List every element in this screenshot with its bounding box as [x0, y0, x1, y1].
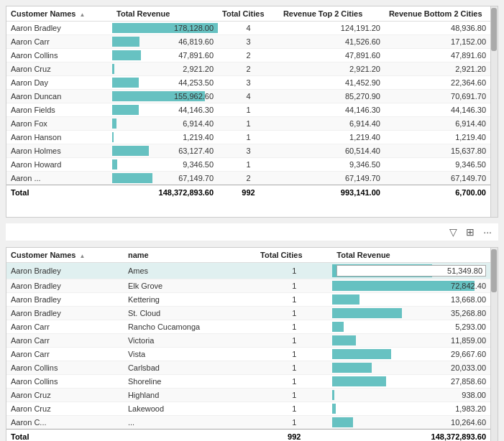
table-row[interactable]: Aaron BradleyKettering113,668.00	[6, 293, 490, 307]
col-header-total-cities[interactable]: Total Cities	[218, 6, 279, 22]
bot-col-header-total-cities[interactable]: Total Cities	[256, 248, 332, 263]
cities-cell: 1	[256, 402, 332, 416]
table-row[interactable]: Aaron Fox6,914.4016,914.406,914.40	[6, 117, 490, 131]
top-table-total-row: Total 148,372,893.60 992 993,141.00 6,70…	[6, 185, 490, 200]
revenue-value: 10,264.60	[336, 418, 486, 427]
col-header-rev-top2[interactable]: Revenue Top 2 Cities	[279, 6, 385, 22]
cities-cell: 3	[218, 76, 279, 90]
revenue-value: 44,146.30	[116, 106, 214, 114]
bot-col-header-city-name[interactable]: name	[124, 248, 256, 263]
rev-top2-cell: 44,146.30	[279, 103, 385, 117]
city-name-cell: Shoreline	[124, 375, 256, 389]
customer-name-cell: Aaron Carr	[6, 35, 112, 49]
table-row[interactable]: Aaron Fields44,146.30144,146.3044,146.30	[6, 103, 490, 117]
col-header-customer-names[interactable]: Customer Names ▲	[6, 6, 112, 22]
revenue-bar-cell: 938.00	[332, 389, 490, 402]
bot-col-header-customer-names[interactable]: Customer Names ▲	[6, 248, 124, 263]
table-row[interactable]: Aaron CollinsCarlsbad120,033.00	[6, 361, 490, 375]
revenue-value: 47,891.60	[116, 51, 214, 60]
rev-top2-cell: 124,191.20	[279, 22, 385, 35]
revenue-value: 67,149.70	[116, 174, 214, 182]
cities-cell: 1	[256, 416, 332, 430]
bot-total-label: Total	[6, 430, 124, 442]
rev-top2-cell: 6,914.40	[279, 117, 385, 131]
table-row[interactable]: Aaron Day44,253.50341,452.9022,364.60	[6, 76, 490, 90]
customer-name-cell: Aaron Collins	[6, 375, 124, 389]
table-row[interactable]: Aaron Bradley178,128.004124,191.2048,936…	[6, 22, 490, 35]
bottom-table-panel: Customer Names ▲ name Total Cities Total…	[6, 247, 498, 441]
city-name-cell: Lakewood	[124, 402, 256, 416]
sort-arrow-names: ▲	[80, 11, 86, 18]
revenue-bar-cell: 2,921.20	[112, 62, 218, 76]
city-name-cell: Rancho Cucamonga	[124, 320, 256, 334]
revenue-bar-cell: 44,253.50	[112, 76, 218, 90]
table-row[interactable]: Aaron ...67,149.70267,149.7067,149.70	[6, 172, 490, 185]
revenue-value: 178,128.00	[116, 24, 214, 32]
more-options-icon[interactable]: ···	[481, 225, 494, 239]
revenue-bar-cell: 63,127.40	[112, 144, 218, 158]
bottom-scrollbar[interactable]	[490, 248, 498, 441]
layout-icon[interactable]: ⊞	[464, 225, 477, 239]
revenue-value: 20,033.00	[336, 363, 486, 372]
table-row[interactable]: Aaron Hanson1,219.4011,219.401,219.40	[6, 131, 490, 144]
top-scrollbar[interactable]	[490, 6, 498, 217]
table-row[interactable]: Aaron BradleyAmes151,349.80	[6, 263, 490, 279]
table-row[interactable]: Aaron Collins47,891.60247,891.6047,891.6…	[6, 49, 490, 62]
table-row[interactable]: Aaron CarrVista129,667.60	[6, 348, 490, 361]
col-header-rev-bot2[interactable]: Revenue Bottom 2 Cities	[385, 6, 490, 22]
customer-name-cell: Aaron Day	[6, 76, 112, 90]
customer-name-cell: Aaron Cruz	[6, 389, 124, 402]
revenue-value: 13,668.00	[336, 295, 486, 304]
revenue-bar-cell: 46,819.60	[112, 35, 218, 49]
table-row[interactable]: Aaron Duncan155,962.60485,270.9070,691.7…	[6, 90, 490, 103]
customer-name-cell: Aaron Cruz	[6, 62, 112, 76]
city-name-cell: Kettering	[124, 293, 256, 307]
rev-bot2-cell: 15,637.80	[385, 144, 490, 158]
revenue-bar-cell: 5,293.00	[332, 320, 490, 334]
revenue-value: 155,962.60	[116, 92, 214, 101]
rev-top2-cell: 9,346.50	[279, 158, 385, 172]
table-row[interactable]: Aaron CruzLakewood11,983.20	[6, 402, 490, 416]
revenue-bar-cell: 29,667.60	[332, 348, 490, 361]
revenue-value: 51,349.80	[336, 265, 486, 277]
table-row[interactable]: Aaron BradleyElk Grove172,842.40	[6, 279, 490, 293]
table-row[interactable]: Aaron Carr46,819.60341,526.6017,152.00	[6, 35, 490, 49]
revenue-bar-cell: 6,914.40	[112, 117, 218, 131]
city-name-cell: Vista	[124, 348, 256, 361]
customer-name-cell: Aaron Carr	[6, 348, 124, 361]
table-row[interactable]: Aaron Howard9,346.5019,346.509,346.50	[6, 158, 490, 172]
bot-col-header-total-revenue[interactable]: Total Revenue	[332, 248, 490, 263]
top-total-revenue: 148,372,893.60	[112, 185, 218, 200]
top-scrollbar-thumb[interactable]	[491, 8, 497, 51]
bottom-table: Customer Names ▲ name Total Cities Total…	[6, 248, 490, 441]
bottom-table-scroll[interactable]: Customer Names ▲ name Total Cities Total…	[6, 248, 498, 441]
top-table: Customer Names ▲ Total Revenue Total Cit…	[6, 6, 490, 200]
table-row[interactable]: Aaron CarrVictoria111,859.00	[6, 334, 490, 348]
revenue-bar-cell: 44,146.30	[112, 103, 218, 117]
cities-cell: 1	[256, 293, 332, 307]
table-row[interactable]: Aaron Holmes63,127.40360,514.4015,637.80	[6, 144, 490, 158]
table-row[interactable]: Aaron C......110,264.60	[6, 416, 490, 430]
col-header-total-revenue[interactable]: Total Revenue	[112, 6, 218, 22]
bottom-scrollbar-thumb[interactable]	[491, 249, 497, 292]
revenue-bar-cell: 178,128.00	[112, 22, 218, 35]
rev-bot2-cell: 9,346.50	[385, 158, 490, 172]
revenue-value: 27,858.60	[336, 377, 486, 386]
customer-name-cell: Aaron Cruz	[6, 402, 124, 416]
table-row[interactable]: Aaron CruzHighland1938.00	[6, 389, 490, 402]
table-row[interactable]: Aaron BradleySt. Cloud135,268.80	[6, 307, 490, 320]
city-name-cell: Ames	[124, 263, 256, 279]
top-table-scroll[interactable]: Customer Names ▲ Total Revenue Total Cit…	[6, 6, 498, 217]
bot-total-revenue: 148,372,893.60	[332, 430, 490, 442]
cities-cell: 1	[218, 158, 279, 172]
table-row[interactable]: Aaron CollinsShoreline127,858.60	[6, 375, 490, 389]
bot-sort-arrow-names: ▲	[80, 253, 86, 259]
table-row[interactable]: Aaron Cruz2,921.2022,921.202,921.20	[6, 62, 490, 76]
cities-cell: 1	[218, 117, 279, 131]
rev-top2-cell: 60,514.40	[279, 144, 385, 158]
rev-bot2-cell: 2,921.20	[385, 62, 490, 76]
revenue-bar-cell: 1,219.40	[112, 131, 218, 144]
table-row[interactable]: Aaron CarrRancho Cucamonga15,293.00	[6, 320, 490, 334]
filter-icon[interactable]: ▽	[447, 225, 459, 239]
revenue-bar-cell: 9,346.50	[112, 158, 218, 172]
